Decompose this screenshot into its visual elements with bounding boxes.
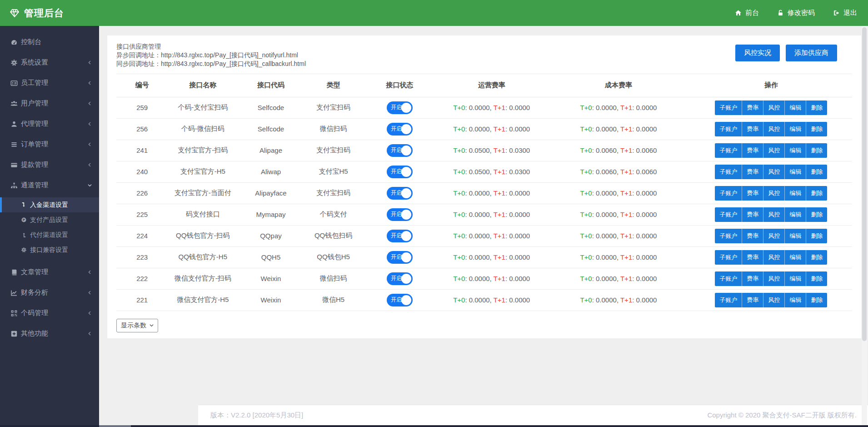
sidebar-subitem-deposit-channel-settings[interactable]: 入金渠道设置 — [0, 197, 99, 212]
interface-type: 微信H5 — [304, 289, 363, 311]
status-toggle[interactable]: 开启 — [387, 123, 413, 136]
risk-button[interactable]: 风控 — [763, 186, 784, 201]
sub-account-button[interactable]: 子账户 — [715, 100, 742, 115]
sidebar-item-label: 控制台 — [21, 38, 92, 46]
sidebar-item-order-management[interactable]: 订单管理 — [0, 134, 99, 155]
svg-text:P: P — [23, 218, 25, 222]
status-toggle[interactable]: 开启 — [387, 251, 413, 264]
status-toggle[interactable]: 开启 — [387, 101, 413, 114]
horizontal-scrollbar-thumb[interactable] — [99, 425, 131, 427]
sidebar-item-article-management[interactable]: 文章管理 — [0, 262, 99, 282]
edit-button[interactable]: 编辑 — [784, 229, 806, 243]
rate-button[interactable]: 费率 — [742, 100, 763, 115]
rate-button[interactable]: 费率 — [742, 207, 763, 222]
sub-account-button[interactable]: 子账户 — [715, 250, 742, 265]
sidebar-item-other-functions[interactable]: 其他功能 — [0, 323, 99, 344]
rate-button[interactable]: 费率 — [742, 271, 763, 286]
delete-button[interactable]: 删除 — [806, 186, 827, 201]
edit-button[interactable]: 编辑 — [784, 165, 806, 179]
status-cell: 开启 — [363, 140, 436, 161]
delete-button[interactable]: 删除 — [806, 165, 827, 179]
delete-button[interactable]: 删除 — [806, 207, 827, 222]
status-toggle[interactable]: 开启 — [387, 272, 413, 285]
vertical-scrollbar-thumb[interactable] — [862, 27, 867, 341]
edit-button[interactable]: 编辑 — [784, 143, 806, 158]
status-toggle[interactable]: 开启 — [387, 166, 413, 178]
sidebar-item-user-management[interactable]: 用户管理 — [0, 93, 99, 114]
edit-button[interactable]: 编辑 — [784, 250, 806, 265]
delete-button[interactable]: 删除 — [806, 293, 827, 307]
nav-front-site[interactable]: 前台 — [735, 9, 759, 17]
rate-button[interactable]: 费率 — [742, 229, 763, 243]
sidebar-item-withdraw-management[interactable]: 提款管理 — [0, 155, 99, 175]
edit-button[interactable]: 编辑 — [784, 122, 806, 136]
app-brand[interactable]: 管理后台 — [0, 7, 64, 20]
sidebar-subitem-interface-compat-settings[interactable]: 接口兼容设置 — [0, 242, 99, 257]
risk-live-button[interactable]: 风控实况 — [735, 45, 780, 61]
risk-button[interactable]: 风控 — [763, 229, 784, 243]
status-toggle[interactable]: 开启 — [387, 230, 413, 242]
rate-button[interactable]: 费率 — [742, 250, 763, 265]
sidebar-item-channel-management[interactable]: 通道管理 — [0, 175, 99, 196]
risk-button[interactable]: 风控 — [763, 250, 784, 265]
delete-button[interactable]: 删除 — [806, 143, 827, 158]
sidebar-item-staff-management[interactable]: 员工管理 — [0, 73, 99, 93]
sidebar-subitem-payout-channel-settings[interactable]: 代付渠道设置 — [0, 227, 99, 242]
risk-button[interactable]: 风控 — [763, 165, 784, 179]
add-provider-button[interactable]: 添加供应商 — [786, 45, 837, 61]
status-toggle[interactable]: 开启 — [387, 144, 413, 157]
actions-cell: 子账户费率风控编辑删除 — [690, 182, 852, 204]
sub-account-button[interactable]: 子账户 — [715, 207, 742, 222]
edit-button[interactable]: 编辑 — [784, 100, 806, 115]
sidebar-subitem-payment-product-settings[interactable]: P支付产品设置 — [0, 212, 99, 227]
horizontal-scrollbar[interactable] — [0, 425, 868, 427]
nav-logout[interactable]: 退出 — [833, 9, 857, 17]
sub-account-button[interactable]: 子账户 — [715, 122, 742, 136]
nav-front-site-label: 前台 — [745, 9, 759, 17]
page-size-select[interactable]: 显示条数 — [116, 319, 158, 332]
nav-change-password[interactable]: 修改密码 — [777, 9, 815, 17]
sub-account-button[interactable]: 子账户 — [715, 165, 742, 179]
delete-button[interactable]: 删除 — [806, 122, 827, 136]
sidebar-item-finance-analysis[interactable]: 财务分析 — [0, 282, 99, 303]
sub-account-button[interactable]: 子账户 — [715, 271, 742, 286]
row-id: 259 — [116, 97, 168, 118]
sub-account-button[interactable]: 子账户 — [715, 143, 742, 158]
delete-button[interactable]: 删除 — [806, 250, 827, 265]
delete-button[interactable]: 删除 — [806, 100, 827, 115]
risk-button[interactable]: 风控 — [763, 100, 784, 115]
status-toggle[interactable]: 开启 — [387, 294, 413, 306]
delete-button[interactable]: 删除 — [806, 271, 827, 286]
risk-button[interactable]: 风控 — [763, 293, 784, 307]
sidebar-item-personal-code-management[interactable]: 个码管理 — [0, 303, 99, 323]
risk-button[interactable]: 风控 — [763, 122, 784, 136]
edit-button[interactable]: 编辑 — [784, 207, 806, 222]
table-header-row: 编号 接口名称 接口代码 类型 接口状态 运营费率 成本费率 操作 — [116, 74, 852, 97]
actions-cell: 子账户费率风控编辑删除 — [690, 140, 852, 161]
sub-account-button[interactable]: 子账户 — [715, 186, 742, 201]
delete-button[interactable]: 删除 — [806, 229, 827, 243]
sidebar-item-agent-management[interactable]: 代理管理 — [0, 114, 99, 134]
sub-account-button[interactable]: 子账户 — [715, 293, 742, 307]
risk-button[interactable]: 风控 — [763, 143, 784, 158]
rate-button[interactable]: 费率 — [742, 186, 763, 201]
edit-button[interactable]: 编辑 — [784, 186, 806, 201]
vertical-scrollbar[interactable] — [862, 26, 867, 425]
status-toggle[interactable]: 开启 — [387, 208, 413, 221]
status-toggle-label: 开启 — [391, 146, 402, 154]
unlock-icon — [777, 10, 784, 16]
status-toggle[interactable]: 开启 — [387, 187, 413, 200]
risk-button[interactable]: 风控 — [763, 271, 784, 286]
rate-button[interactable]: 费率 — [742, 122, 763, 136]
rate-button[interactable]: 费率 — [742, 143, 763, 158]
sub-account-button[interactable]: 子账户 — [715, 229, 742, 243]
edit-button[interactable]: 编辑 — [784, 293, 806, 307]
sidebar-item-dashboard[interactable]: 控制台 — [0, 32, 99, 52]
actions-cell: 子账户费率风控编辑删除 — [690, 268, 852, 289]
rate-button[interactable]: 费率 — [742, 165, 763, 179]
rate-button[interactable]: 费率 — [742, 293, 763, 307]
edit-button[interactable]: 编辑 — [784, 271, 806, 286]
risk-button[interactable]: 风控 — [763, 207, 784, 222]
table-row: 256个码-微信扫码Selfcode微信扫码开启T+0: 0.0000, T+1… — [116, 118, 852, 140]
sidebar-item-system-settings[interactable]: 系统设置 — [0, 52, 99, 73]
